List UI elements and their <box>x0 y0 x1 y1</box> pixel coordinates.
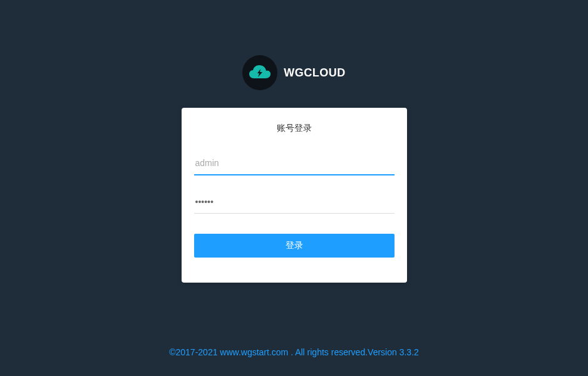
username-input[interactable] <box>194 152 395 175</box>
login-card: 账号登录 登录 <box>182 108 407 283</box>
footer-copyright: ©2017-2021 www.wgstart.com . All rights … <box>0 347 588 357</box>
logo-icon <box>242 55 277 90</box>
password-input[interactable] <box>194 191 395 214</box>
login-title: 账号登录 <box>194 123 395 134</box>
logo-header: WGCLOUD <box>0 0 588 90</box>
login-button[interactable]: 登录 <box>194 234 395 258</box>
brand-name: WGCLOUD <box>284 66 345 80</box>
